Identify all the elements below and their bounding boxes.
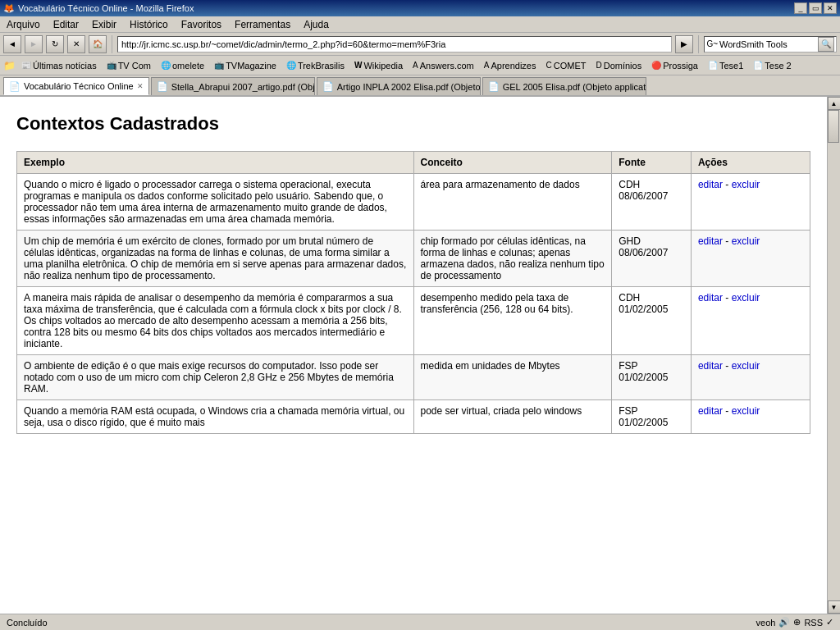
scroll-down-button[interactable]: ▼ [828,600,841,614]
close-button[interactable]: ✕ [824,2,837,14]
cell-fonte-0: CDH08/06/2007 [612,174,692,231]
bookmark-trekbrasilis[interactable]: 🌐 TrekBrasilis [282,59,349,72]
cell-fonte-4: FSP01/02/2005 [612,400,692,434]
bookmark-icon-answers: A [413,61,418,70]
go-button[interactable]: ▶ [675,35,693,53]
status-rss-icon: RSS [804,618,823,628]
title-bar: 🦊 Vocabulário Técnico Online - Mozilla F… [0,0,840,16]
page-content: Contextos Cadastrados Exemplo Conceito F… [0,97,827,450]
tab-icon-artigo: 📄 [322,81,334,92]
search-engine-icon: G~ [706,39,718,48]
scrollbar-thumb[interactable] [828,110,839,143]
menu-ajuda[interactable]: Ajuda [300,18,332,31]
editar-link-4[interactable]: editar [698,405,723,417]
editar-link-3[interactable]: editar [698,360,723,372]
scroll-up-button[interactable]: ▲ [828,97,841,110]
tab-gel[interactable]: 📄 GEL 2005 Elisa.pdf (Objeto application… [482,77,646,95]
bookmark-icon-tese1: 📄 [708,61,718,70]
bookmark-aprendizes[interactable]: A Aprendizes [480,59,541,72]
cell-fonte-1: GHD08/06/2007 [612,231,692,287]
excluir-link-1[interactable]: excluir [732,235,760,247]
editar-link-1[interactable]: editar [698,235,723,247]
nav-bar: ◄ ► ↻ ✕ 🏠 http://jr.icmc.sc.usp.br/~come… [0,33,840,56]
bookmark-icon-ultimas: 📰 [21,61,31,70]
home-button[interactable]: 🏠 [89,35,107,53]
address-text[interactable]: http://jr.icmc.sc.usp.br/~comet/dic/admi… [121,39,668,49]
tab-artigo[interactable]: 📄 Artigo INPLA 2002 Elisa.pdf (Objeto a.… [317,77,481,95]
tab-stella[interactable]: 📄 Stella_Abrapui 2007_artigo.pdf (Objet.… [151,77,315,95]
tab-icon-stella: 📄 [157,81,168,92]
menu-historico[interactable]: Histórico [126,18,171,31]
cell-exemplo-4: Quando a memória RAM está ocupada, o Win… [17,400,414,434]
bookmark-tese1[interactable]: 📄 Tese1 [704,59,747,72]
col-header-conceito: Conceito [413,152,612,174]
table-row: O ambiente de edição é o que mais exige … [17,355,810,400]
status-sound-icon: 🔊 [778,617,790,628]
title-bar-left: 🦊 Vocabulário Técnico Online - Mozilla F… [3,3,194,14]
cell-fonte-3: FSP01/02/2005 [612,355,692,400]
tab-label-vocabulario: Vocabulário Técnico Online [24,81,134,91]
tab-label-artigo: Artigo INPLA 2002 Elisa.pdf (Objeto a... [337,82,481,92]
table-row: A maneira mais rápida de analisar o dese… [17,287,810,355]
editar-link-2[interactable]: editar [698,292,723,304]
title-bar-controls: _ ▭ ✕ [794,2,837,14]
tab-vocabulario[interactable]: 📄 Vocabulário Técnico Online ✕ [3,77,149,95]
reload-button[interactable]: ↻ [46,35,64,53]
status-text: Concluído [7,618,48,628]
excluir-link-3[interactable]: excluir [732,360,760,372]
cell-conceito-2: desempenho medido pela taxa de transferê… [413,287,612,355]
window-title: Vocabulário Técnico Online - Mozilla Fir… [18,3,194,13]
table-row: Quando a memória RAM está ocupada, o Win… [17,400,810,434]
bookmark-icon-tese2: 📄 [753,61,763,70]
menu-arquivo[interactable]: Arquivo [3,18,43,31]
nav-separator-2 [698,35,699,53]
search-input[interactable] [719,39,818,49]
forward-button[interactable]: ► [25,35,43,53]
status-check-icon: ✓ [826,617,833,628]
cell-acoes-2: editar - excluir [691,287,810,355]
bookmark-icon-aprendizes: A [484,61,490,70]
firefox-icon: 🦊 [3,3,15,14]
cell-exemplo-2: A maneira mais rápida de analisar o dese… [17,287,414,355]
minimize-button[interactable]: _ [794,2,807,14]
scrollbar-track [828,110,841,600]
search-bar: G~ 🔍 [704,36,837,52]
bookmark-wikipedia[interactable]: W Wikipedia [350,59,407,72]
bookmark-comet[interactable]: C COMET [542,59,591,72]
cell-conceito-3: medida em unidades de Mbytes [413,355,612,400]
stop-button[interactable]: ✕ [67,35,85,53]
bookmark-icon-prossiga: 🔴 [651,61,661,70]
excluir-link-0[interactable]: excluir [732,179,760,190]
status-zoom-icon: ⊕ [793,617,801,628]
nav-separator [112,35,112,53]
bookmark-dominios[interactable]: D Domínios [591,59,646,72]
bookmark-tv-com[interactable]: 📺 TV Com [103,59,155,72]
menu-bar: Arquivo Editar Exibir Histórico Favorito… [0,16,840,33]
content-wrapper: Contextos Cadastrados Exemplo Conceito F… [0,97,840,614]
tab-close-vocabulario[interactable]: ✕ [137,82,144,90]
search-go-button[interactable]: 🔍 [818,37,834,52]
bookmark-prossiga[interactable]: 🔴 Prossiga [647,59,702,72]
menu-editar[interactable]: Editar [50,18,82,31]
bookmark-answers[interactable]: A Answers.com [409,59,478,72]
excluir-link-2[interactable]: excluir [732,292,760,304]
bookmark-omelete[interactable]: 🌐 omelete [157,59,208,72]
contexts-table: Exemplo Conceito Fonte Ações Quando o mi… [16,151,810,434]
browser-content: Contextos Cadastrados Exemplo Conceito F… [0,97,827,614]
bookmark-ultimas-noticias[interactable]: 📰 Últimas notícias [17,59,101,72]
bookmarks-bar: 📁 📰 Últimas notícias 📺 TV Com 🌐 omelete … [0,56,840,75]
scrollbar: ▲ ▼ [827,97,840,614]
menu-ferramentas[interactable]: Ferramentas [231,18,294,31]
menu-favoritos[interactable]: Favoritos [178,18,225,31]
maximize-button[interactable]: ▭ [809,2,822,14]
excluir-link-4[interactable]: excluir [732,405,760,417]
bookmark-tese2[interactable]: 📄 Tese 2 [749,59,795,72]
editar-link-0[interactable]: editar [698,179,723,190]
cell-exemplo-0: Quando o micro é ligado o processador ca… [17,174,414,231]
cell-fonte-2: CDH01/02/2005 [612,287,692,355]
col-header-acoes: Ações [691,152,810,174]
menu-exibir[interactable]: Exibir [89,18,120,31]
back-button[interactable]: ◄ [3,35,21,53]
cell-conceito-1: chip formado por células idênticas, na f… [413,231,612,287]
bookmark-tvmagazine[interactable]: 📺 TVMagazine [210,59,281,72]
